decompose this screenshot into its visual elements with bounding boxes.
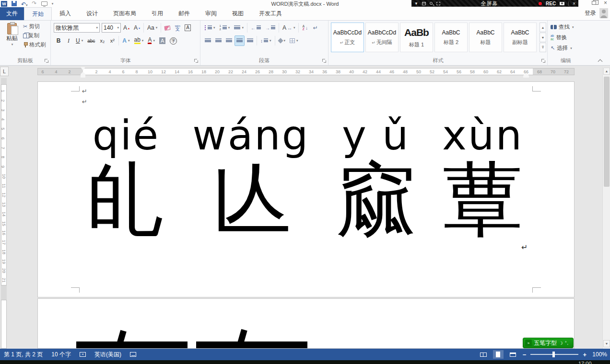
shrink-font-button[interactable]: A▾ — [132, 23, 142, 33]
justify-button[interactable] — [235, 35, 245, 46]
paste-button[interactable]: 粘贴 ▾ — [2, 22, 22, 57]
enclose-characters-button[interactable]: 字 — [168, 35, 179, 46]
gallery-up-icon[interactable]: ▲ — [540, 23, 546, 32]
recorder-close-icon[interactable]: × — [573, 1, 575, 6]
shading-button[interactable]: ▾ — [277, 35, 288, 46]
zoom-out-button[interactable]: − — [523, 351, 527, 358]
zoom-level[interactable]: 100% — [591, 351, 607, 358]
web-layout-button[interactable] — [508, 350, 518, 359]
character-border-button[interactable]: A — [183, 23, 193, 33]
tab-stop-selector[interactable]: L — [0, 67, 9, 76]
tab-引用[interactable]: 引用 — [144, 7, 171, 20]
zoom-slider[interactable] — [530, 354, 578, 355]
style-标题 2[interactable]: AaBbC标题 2 — [434, 23, 468, 52]
align-left-button[interactable] — [203, 35, 213, 46]
styles-dialog-launcher-icon[interactable] — [541, 59, 546, 63]
text-content[interactable]: qié癿wáng亾y ǔ窳xùn蕈 — [86, 112, 523, 241]
page-indicator[interactable]: 第 1 页, 共 2 页 — [4, 351, 43, 359]
borders-button[interactable]: ▾ — [288, 35, 300, 46]
distribute-button[interactable] — [245, 35, 255, 46]
tab-视图[interactable]: 视图 — [224, 7, 251, 20]
tab-开始[interactable]: 开始 — [24, 7, 52, 20]
scroll-down-icon[interactable]: ▼ — [603, 340, 610, 347]
numbering-button[interactable]: 12▾ — [218, 23, 232, 33]
recorder-region-icon[interactable] — [436, 2, 440, 5]
recorder-menu-icon[interactable]: ▼ — [414, 1, 418, 6]
tab-邮件[interactable]: 邮件 — [171, 7, 198, 20]
read-mode-button[interactable] — [478, 350, 489, 359]
tab-设计[interactable]: 设计 — [79, 7, 106, 20]
italic-button[interactable]: I — [64, 35, 73, 46]
font-size-select[interactable]: 140▾ — [102, 23, 121, 33]
underline-button[interactable]: U▾ — [74, 35, 85, 46]
word-count[interactable]: 10 个字 — [51, 351, 71, 359]
recorder-window-icon[interactable] — [422, 2, 426, 5]
gallery-more-icon[interactable]: ⊽ — [540, 43, 546, 52]
asian-layout-button[interactable]: A↔▾ — [281, 23, 297, 33]
strikethrough-button[interactable]: abc — [85, 35, 97, 46]
grow-font-button[interactable]: A▴ — [121, 23, 131, 33]
paragraph-dialog-launcher-icon[interactable] — [322, 59, 327, 63]
increase-indent-button[interactable]: → — [263, 23, 277, 33]
find-button[interactable]: 查找▾ — [551, 23, 574, 31]
tab-审阅[interactable]: 审阅 — [198, 7, 224, 20]
collapse-ribbon-icon[interactable] — [598, 58, 602, 62]
show-marks-button[interactable]: ↵ — [310, 23, 320, 33]
tab-页面布局[interactable]: 页面布局 — [106, 7, 144, 20]
tab-插入[interactable]: 插入 — [52, 7, 79, 20]
proofing-icon[interactable]: × — [80, 352, 86, 357]
ime-badge[interactable]: » 五笔字型 ☽ °, — [523, 338, 574, 348]
align-center-button[interactable] — [213, 35, 223, 46]
vertical-scrollbar[interactable]: ▲ ▼ — [602, 67, 610, 349]
page-1[interactable]: ↵ ↵ qié癿wáng亾y ǔ窳xùn蕈 ↵ — [37, 81, 575, 297]
sign-in-area[interactable]: 登录 — [585, 8, 608, 18]
restore-window-icon[interactable] — [592, 1, 596, 5]
vertical-ruler[interactable]: 123456789101112131415161718192021 — [1, 78, 7, 349]
style-标题[interactable]: AaBbC标题 — [469, 23, 502, 52]
text-effects-button[interactable]: A▾ — [120, 35, 131, 46]
gallery-down-icon[interactable]: ▼ — [540, 33, 546, 42]
print-layout-button[interactable] — [493, 350, 504, 359]
font-dialog-launcher-icon[interactable] — [194, 59, 199, 63]
select-button[interactable]: ↖选择▾ — [551, 44, 572, 52]
style-正文[interactable]: AaBbCcDd↵正文 — [331, 23, 364, 52]
clear-formatting-button[interactable] — [163, 23, 172, 33]
moon-icon[interactable]: ☽ — [559, 341, 563, 346]
clipboard-dialog-launcher-icon[interactable] — [45, 59, 49, 63]
ime-punctuation-icon[interactable]: °, — [565, 341, 569, 345]
page-2[interactable] — [37, 298, 575, 349]
subscript-button[interactable]: x₂ — [97, 35, 107, 46]
format-painter-button[interactable]: 格式刷 — [23, 41, 46, 49]
font-name-select[interactable]: 微软雅黑▾ — [54, 23, 100, 33]
sort-button[interactable]: AZ↓ — [300, 23, 310, 33]
copy-button[interactable]: 复制 — [23, 32, 39, 40]
phonetic-guide-button[interactable]: wén文 — [173, 23, 182, 33]
align-right-button[interactable] — [224, 35, 234, 46]
highlight-button[interactable]: ab▾ — [132, 35, 146, 46]
superscript-button[interactable]: x² — [107, 35, 117, 46]
ime-collapse-icon[interactable]: » — [525, 340, 532, 346]
multilevel-list-button[interactable]: ▾ — [232, 23, 246, 33]
cut-button[interactable]: ✂剪切 — [23, 23, 40, 31]
decrease-indent-button[interactable]: ← — [249, 23, 263, 33]
recorder-zoom-icon[interactable] — [430, 2, 433, 5]
style-标题 1[interactable]: AaBb标题 1 — [400, 23, 433, 52]
bold-button[interactable]: B — [54, 35, 63, 46]
change-case-button[interactable]: Aa▾ — [145, 23, 159, 33]
zoom-in-button[interactable]: + — [583, 351, 587, 358]
language-indicator[interactable]: 英语(美国) — [94, 351, 121, 359]
recorder-camera-icon[interactable] — [560, 2, 564, 5]
character-shading-button[interactable]: A — [157, 35, 167, 46]
replace-button[interactable]: abac替换 — [551, 34, 567, 42]
zoom-slider-handle[interactable] — [552, 352, 555, 357]
tab-file[interactable]: 文件 — [0, 7, 24, 20]
font-color-button[interactable]: A▾ — [146, 35, 157, 46]
style-无间隔[interactable]: AaBbCcDd↵无间隔 — [365, 23, 399, 52]
line-spacing-button[interactable]: ↕▾ — [258, 35, 273, 46]
style-副标题[interactable]: AaBbC副标题 — [504, 23, 537, 52]
horizontal-ruler[interactable]: 6422468101214161820222426283032343638404… — [37, 68, 575, 75]
input-mode-icon[interactable] — [130, 352, 136, 357]
bullets-button[interactable]: ▾ — [203, 23, 217, 33]
close-window-icon[interactable]: × — [604, 0, 607, 5]
tab-开发工具[interactable]: 开发工具 — [251, 7, 290, 20]
